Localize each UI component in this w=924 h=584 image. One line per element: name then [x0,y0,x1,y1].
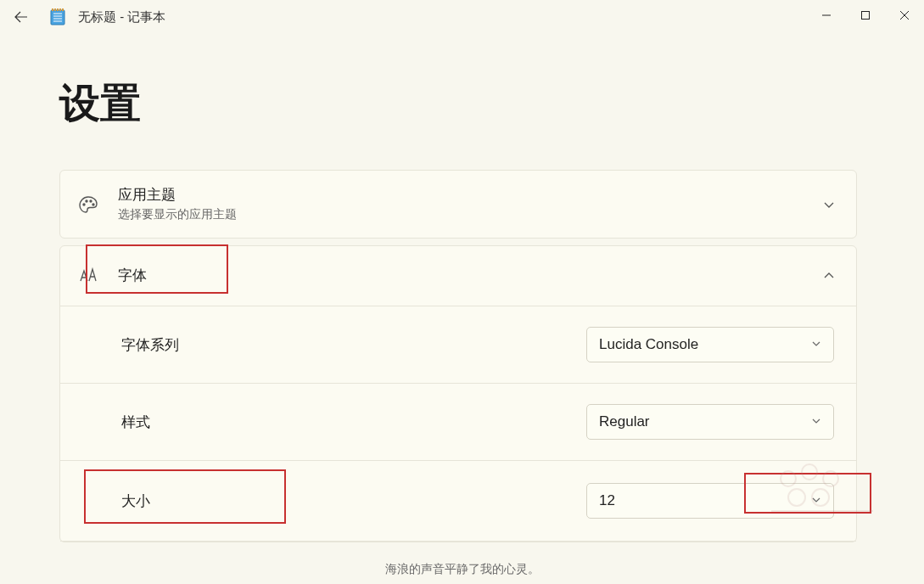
page-title: 设置 [59,76,865,131]
svg-rect-8 [59,8,61,11]
close-button[interactable] [885,0,924,31]
svg-rect-5 [52,8,53,11]
svg-point-16 [90,200,92,202]
font-card-header[interactable]: 字体 [60,246,856,306]
theme-subtitle: 选择要显示的应用主题 [118,207,819,222]
font-size-value: 12 [599,492,615,509]
chevron-down-icon [811,413,821,430]
svg-rect-0 [51,10,64,25]
palette-icon [77,194,99,216]
window-title: 无标题 - 记事本 [78,9,165,25]
svg-rect-6 [54,8,56,11]
font-size-row: 大小 12 [60,461,856,542]
font-style-row: 样式 Regular [60,384,856,461]
font-size-dropdown[interactable]: 12 [586,483,834,519]
svg-rect-7 [57,8,59,11]
theme-title: 应用主题 [118,186,819,205]
svg-point-17 [92,204,94,205]
notepad-icon [49,8,66,25]
font-family-value: Lucida Console [599,336,698,353]
font-icon [77,265,99,287]
chevron-down-icon [811,336,821,353]
svg-rect-9 [62,8,64,11]
chevron-down-icon [819,194,839,215]
font-size-label: 大小 [121,491,586,511]
font-family-row: 字体系列 Lucida Console [60,306,856,384]
maximize-button[interactable] [846,0,885,31]
back-button[interactable] [8,4,34,30]
svg-point-14 [83,204,85,205]
chevron-down-icon [811,492,821,509]
font-family-label: 字体系列 [121,335,586,355]
font-card: 字体 字体系列 Lucida Console 样式 Regula [59,245,857,542]
footer-text: 海浪的声音平静了我的心灵。 [385,562,540,577]
settings-page: 设置 应用主题 选择要显示的应用主题 [0,34,924,542]
chevron-up-icon [819,266,839,286]
font-style-label: 样式 [121,413,586,432]
font-title: 字体 [118,267,819,285]
svg-rect-11 [862,12,870,20]
font-style-value: Regular [599,413,650,430]
minimize-button[interactable] [807,0,846,31]
titlebar: 无标题 - 记事本 [0,0,924,34]
theme-card[interactable]: 应用主题 选择要显示的应用主题 [59,170,857,239]
font-style-dropdown[interactable]: Regular [586,404,834,440]
font-family-dropdown[interactable]: Lucida Console [586,327,834,362]
svg-point-15 [86,200,87,202]
